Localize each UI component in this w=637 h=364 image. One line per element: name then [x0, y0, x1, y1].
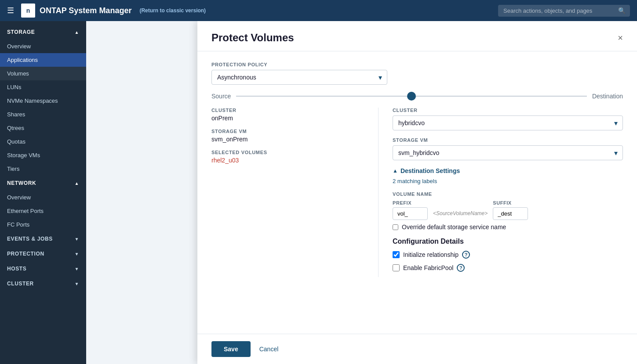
dest-cluster-select-wrapper: hybridcvo onPrem ▾: [393, 115, 623, 130]
sidebar-item-overview-storage[interactable]: Overview: [0, 40, 86, 53]
flow-line-left: [236, 96, 407, 97]
sidebar-group-events[interactable]: EVENTS & JOBS ▼: [0, 231, 86, 246]
suffix-input[interactable]: [493, 207, 528, 220]
source-volume-name-placeholder: <SourceVolumeName>: [431, 208, 489, 220]
initialize-label: Initialize relationship: [403, 251, 459, 258]
source-storage-vm-field: STORAGE VM svm_onPrem: [211, 129, 364, 143]
sidebar-group-storage-label: STORAGE: [7, 29, 35, 35]
save-button[interactable]: Save: [211, 341, 251, 357]
source-label: Source: [211, 93, 231, 100]
destination-column: CLUSTER hybridcvo onPrem ▾ STO: [379, 108, 623, 277]
chevron-up-icon-dest: ▲: [393, 168, 398, 174]
dest-storage-vm-label: STORAGE VM: [393, 137, 623, 143]
dest-cluster-select[interactable]: hybridcvo onPrem: [393, 115, 623, 130]
sidebar-group-network-label: NETWORK: [7, 180, 36, 186]
chevron-down-icon-protection: ▼: [75, 252, 80, 256]
logo-box: n: [21, 4, 35, 18]
search-input[interactable]: [498, 5, 630, 17]
sidebar-group-cluster-label: CLUSTER: [7, 281, 34, 287]
config-details-title: Configuration Details: [393, 238, 623, 245]
sidebar-item-label: Storage VMs: [7, 152, 40, 159]
app-logo: n ONTAP System Manager (Return to classi…: [21, 4, 498, 18]
close-button[interactable]: ×: [618, 33, 623, 42]
sidebar-item-volumes[interactable]: Volumes: [0, 67, 86, 80]
protection-policy-select-wrapper: Asynchronous Synchronous ▾: [211, 70, 387, 85]
initialize-row: Initialize relationship ?: [393, 251, 623, 259]
sidebar-item-label: NVMe Namespaces: [7, 97, 58, 104]
modal-footer: Save Cancel: [197, 334, 637, 364]
initialize-help-icon[interactable]: ?: [462, 251, 470, 259]
sidebar-group-storage[interactable]: STORAGE ▲: [0, 25, 86, 40]
fabricpool-help-icon[interactable]: ?: [457, 264, 465, 272]
flow-midpoint-dot: [407, 92, 416, 101]
override-label: Override default storage service name: [402, 223, 506, 231]
protection-policy-select[interactable]: Asynchronous Synchronous: [211, 70, 387, 85]
suffix-label: SUFFIX: [493, 200, 528, 205]
protection-policy-field: PROTECTION POLICY Asynchronous Synchrono…: [211, 62, 623, 85]
override-checkbox-row: Override default storage service name: [393, 223, 623, 231]
sidebar-group-protection-label: PROTECTION: [7, 251, 44, 257]
source-storage-vm-label: STORAGE VM: [211, 129, 364, 134]
sidebar-item-shares[interactable]: Shares: [0, 108, 86, 121]
flow-line-right: [416, 96, 587, 97]
dest-settings-title: Destination Settings: [400, 167, 460, 174]
prefix-group: PREFIX: [393, 200, 428, 220]
override-checkbox[interactable]: [393, 224, 398, 230]
fabricpool-label: Enable FabricPool: [403, 264, 453, 271]
dest-cluster-field: CLUSTER hybridcvo onPrem ▾: [393, 108, 623, 130]
sidebar-item-label: Overview: [7, 194, 31, 201]
initialize-checkbox[interactable]: [393, 251, 400, 258]
dest-storage-vm-field: STORAGE VM svm_hybridcvo svm_onPrem ▾: [393, 137, 623, 160]
source-name-group: _ <SourceVolumeName>: [431, 201, 489, 220]
source-storage-vm-value: svm_onPrem: [211, 136, 364, 143]
sidebar-item-storage-vms[interactable]: Storage VMs: [0, 148, 86, 162]
prefix-input[interactable]: [393, 207, 428, 220]
app-name: ONTAP System Manager: [40, 6, 131, 15]
sidebar-item-luns[interactable]: LUNs: [0, 80, 86, 94]
sidebar-item-label: Shares: [7, 111, 25, 118]
sidebar-group-protection[interactable]: PROTECTION ▼: [0, 246, 86, 261]
source-column: CLUSTER onPrem STORAGE VM svm_onPrem SEL…: [211, 108, 379, 277]
sidebar: STORAGE ▲ Overview Applications Volumes …: [0, 21, 86, 364]
search-icon: 🔍: [618, 7, 626, 14]
sidebar-item-overview-network[interactable]: Overview: [0, 191, 86, 204]
sidebar-item-applications[interactable]: Applications: [0, 53, 86, 67]
hamburger-menu-icon[interactable]: ☰: [7, 6, 14, 15]
sidebar-item-ethernet-ports[interactable]: Ethernet Ports: [0, 204, 86, 218]
sidebar-item-fc-ports[interactable]: FC Ports: [0, 218, 86, 231]
dest-storage-vm-select[interactable]: svm_hybridcvo svm_onPrem: [393, 145, 623, 160]
sidebar-item-label: Applications: [7, 57, 38, 63]
top-navigation: ☰ n ONTAP System Manager (Return to clas…: [0, 0, 637, 21]
sidebar-item-nvme[interactable]: NVMe Namespaces: [0, 94, 86, 108]
sidebar-item-tiers[interactable]: Tiers: [0, 162, 86, 176]
source-volumes-value: rhel2_u03: [211, 157, 364, 164]
destination-label: Destination: [592, 93, 623, 100]
chevron-down-icon-cluster: ▼: [75, 281, 80, 286]
suffix-group: SUFFIX: [493, 200, 528, 220]
sidebar-group-network[interactable]: NETWORK ▲: [0, 176, 86, 191]
sidebar-group-hosts[interactable]: HOSTS ▼: [0, 261, 86, 276]
sidebar-item-label: Quotas: [7, 138, 25, 145]
sidebar-group-events-label: EVENTS & JOBS: [7, 236, 53, 242]
cancel-button[interactable]: Cancel: [256, 341, 282, 357]
source-cluster-field: CLUSTER onPrem: [211, 108, 364, 122]
sidebar-item-qtrees[interactable]: Qtrees: [0, 121, 86, 135]
dest-settings-section: ▲ Destination Settings 2 matching labels…: [393, 167, 623, 272]
dest-settings-toggle[interactable]: ▲ Destination Settings: [393, 167, 623, 174]
search-wrapper: 🔍: [498, 5, 630, 17]
sidebar-item-quotas[interactable]: Quotas: [0, 135, 86, 148]
config-details-section: Configuration Details Initialize relatio…: [393, 238, 623, 272]
main-layout: STORAGE ▲ Overview Applications Volumes …: [0, 21, 637, 364]
sidebar-item-label: FC Ports: [7, 221, 29, 228]
fabricpool-row: Enable FabricPool ?: [393, 264, 623, 272]
matching-labels[interactable]: 2 matching labels: [393, 178, 623, 184]
content-area: Protect Volumes × PROTECTION POLICY Asyn…: [86, 21, 637, 364]
prefix-suffix-row: PREFIX _ <SourceVolumeName> SUFFIX: [393, 200, 623, 220]
sidebar-group-cluster[interactable]: CLUSTER ▼: [0, 276, 86, 291]
classic-link[interactable]: (Return to classic version): [139, 7, 206, 14]
dest-cluster-label: CLUSTER: [393, 108, 623, 113]
sidebar-item-label: LUNs: [7, 84, 22, 90]
fabricpool-checkbox[interactable]: [393, 264, 400, 271]
modal-body: PROTECTION POLICY Asynchronous Synchrono…: [197, 51, 637, 334]
sidebar-item-label: Overview: [7, 43, 31, 50]
